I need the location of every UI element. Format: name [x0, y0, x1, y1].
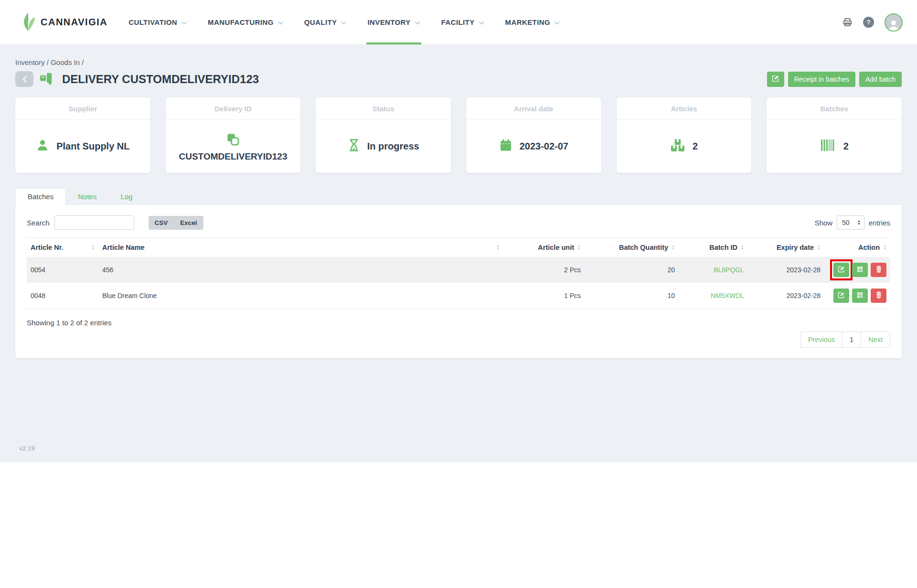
tab-log[interactable]: Log [108, 188, 144, 205]
card-value: 2 [843, 141, 849, 152]
nav-item-manufacturing[interactable]: MANUFACTURING [208, 0, 283, 44]
page-size-control: Show 50 ▲▼ entries [814, 215, 890, 230]
card-label: Status [316, 97, 451, 120]
brand-logo[interactable]: CANNAVIGIA [21, 11, 107, 33]
page-number-button[interactable]: 1 [842, 331, 861, 348]
card-supplier: Supplier Plant Supply NL [15, 97, 150, 173]
sort-icon: ▲▼ [883, 245, 886, 250]
add-batch-button[interactable]: Add batch [859, 72, 902, 87]
card-value: 2023-02-07 [520, 141, 568, 152]
edit-batch-button[interactable] [833, 263, 849, 277]
tabs: Batches Notes Log [15, 188, 902, 205]
batches-table: Article Nr.▲▼ Article Name▲▼ Article uni… [27, 237, 890, 309]
page-title: DELIVERY CUSTOMDELIVERYID123 [62, 73, 259, 86]
nav-label: INVENTORY [367, 18, 410, 26]
sort-icon: ▲▼ [672, 245, 675, 250]
help-icon[interactable]: ? [863, 17, 874, 28]
qr-code-button[interactable] [852, 263, 868, 277]
brand-name: CANNAVIGIA [41, 17, 107, 28]
page-size-select[interactable]: 50 ▲▼ [837, 215, 864, 230]
edit-batch-button[interactable] [833, 289, 849, 303]
column-header-article-name[interactable]: Article Name▲▼ [98, 238, 503, 257]
cell-batch-quantity: 10 [585, 283, 679, 309]
nav-item-facility[interactable]: FACILITY [441, 0, 484, 44]
card-batches: Batches 2 [767, 97, 902, 173]
sort-icon: ▲▼ [741, 245, 744, 250]
show-label: Show [814, 219, 832, 227]
delete-batch-button[interactable] [871, 289, 886, 303]
topbar-right: ? [842, 13, 903, 32]
app-version: v2.19 [19, 445, 35, 452]
column-header-batch-quantity[interactable]: Batch Quantity▲▼ [585, 238, 679, 257]
print-icon[interactable] [842, 17, 853, 27]
edit-delivery-button[interactable] [767, 72, 784, 87]
barcode-icon [820, 139, 836, 154]
batch-id-link[interactable]: BL8PQGL [714, 266, 744, 274]
sort-icon: ▲▼ [91, 245, 95, 250]
tab-batches[interactable]: Batches [15, 188, 66, 205]
title-actions: Receipt in batches Add batch [767, 72, 902, 87]
breadcrumb[interactable]: Inventory / Goods In / [15, 58, 902, 66]
card-value: 2 [693, 141, 698, 152]
card-label: Supplier [15, 97, 150, 120]
nav-item-inventory[interactable]: INVENTORY [367, 0, 420, 44]
search-label: Search [27, 219, 50, 227]
cell-batch-quantity: 20 [585, 257, 679, 283]
excel-export-button[interactable]: Excel [174, 216, 203, 230]
card-label: Delivery ID [166, 97, 301, 120]
table-toolbar: Search CSV Excel Show 50 ▲▼ entries [27, 214, 890, 237]
user-avatar[interactable] [885, 13, 903, 32]
csv-export-button[interactable]: CSV [149, 216, 174, 230]
column-header-article-nr[interactable]: Article Nr.▲▼ [27, 238, 98, 257]
cell-article-unit: 1 Pcs [503, 283, 585, 309]
search-input[interactable] [54, 215, 134, 230]
card-value: In progress [367, 141, 419, 152]
column-header-article-unit[interactable]: Article unit▲▼ [503, 238, 585, 257]
chevron-down-icon [341, 18, 346, 26]
page: CANNAVIGIA CULTIVATION MANUFACTURING QUA… [0, 0, 917, 588]
calendar-icon [499, 139, 512, 154]
info-cards: Supplier Plant Supply NL Delivery ID [15, 97, 902, 173]
chevron-down-icon [479, 18, 484, 26]
card-value: Plant Supply NL [56, 141, 129, 152]
qr-code-button[interactable] [852, 289, 868, 303]
cell-expiry-date: 2023-02-28 [748, 257, 824, 283]
delete-batch-button[interactable] [871, 263, 886, 277]
batch-id-link[interactable]: NM5XWDL [711, 292, 744, 299]
page-size-value: 50 [842, 219, 850, 226]
previous-page-button[interactable]: Previous [800, 331, 842, 348]
card-label: Articles [617, 97, 752, 120]
edit-icon [772, 75, 779, 84]
chevron-down-icon [415, 18, 420, 26]
main-navigation: CULTIVATION MANUFACTURING QUALITY INVENT… [128, 0, 560, 44]
nav-item-cultivation[interactable]: CULTIVATION [128, 0, 187, 44]
person-icon [36, 139, 49, 154]
copy-icon [226, 132, 240, 149]
chevron-down-icon [554, 18, 560, 26]
column-header-expiry-date[interactable]: Expiry date▲▼ [748, 238, 824, 257]
card-articles: Articles [617, 97, 752, 173]
receipt-in-batches-button[interactable]: Receipt in batches [788, 72, 855, 87]
nav-item-quality[interactable]: QUALITY [304, 0, 347, 44]
nav-label: MARKETING [505, 18, 550, 26]
table-header-row: Article Nr.▲▼ Article Name▲▼ Article uni… [27, 238, 890, 257]
tab-notes[interactable]: Notes [66, 188, 108, 205]
table-row: 0054 456 2 Pcs 20 BL8PQGL 2023-02-28 [27, 257, 890, 283]
topbar: CANNAVIGIA CULTIVATION MANUFACTURING QUA… [0, 0, 917, 45]
back-button[interactable] [15, 71, 33, 87]
cell-article-nr: 0054 [27, 257, 98, 283]
leaf-logo-icon [21, 11, 36, 33]
cell-expiry-date: 2023-02-28 [748, 283, 824, 309]
nav-label: FACILITY [441, 18, 475, 26]
trash-icon [875, 291, 882, 300]
edit-icon [838, 291, 845, 300]
column-header-batch-id[interactable]: Batch ID▲▼ [679, 238, 748, 257]
column-header-action[interactable]: Action▲▼ [824, 238, 890, 257]
card-delivery-id: Delivery ID CUSTOMDELIVERYID123 [166, 97, 301, 173]
next-page-button[interactable]: Next [861, 331, 890, 348]
sort-icon: ▲▼ [496, 245, 500, 250]
pagination: Previous 1 Next [27, 331, 890, 348]
nav-item-marketing[interactable]: MARKETING [505, 0, 560, 44]
chevron-down-icon [181, 18, 187, 26]
delivery-truck-icon [39, 72, 54, 87]
